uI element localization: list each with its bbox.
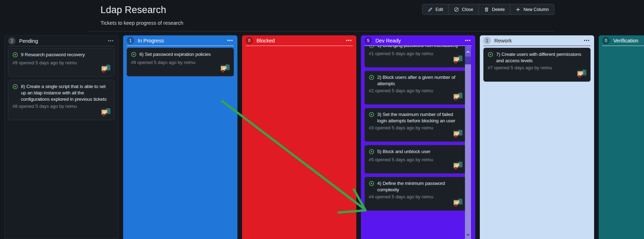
issue-opened-icon bbox=[131, 52, 137, 59]
close-button[interactable]: Close bbox=[449, 4, 479, 15]
column-title: Pending bbox=[19, 38, 104, 44]
card-title: 2) Block users after a given number of a… bbox=[377, 74, 462, 87]
circle-slash-icon bbox=[454, 7, 459, 12]
card-title: 1) Changing password non interactively bbox=[377, 46, 458, 49]
column-count-badge: 1 bbox=[483, 37, 491, 44]
kebab-menu-icon: ••• bbox=[227, 38, 233, 43]
column-body: 1) Changing password non interactively #… bbox=[361, 46, 467, 239]
column-menu-button[interactable]: ••• bbox=[583, 39, 591, 43]
card[interactable]: 4) Define the minimum password complexit… bbox=[364, 177, 467, 211]
card[interactable]: 7) Create users with different permissio… bbox=[483, 48, 591, 82]
issue-opened-icon bbox=[12, 84, 18, 91]
column-title: Dev Ready bbox=[375, 38, 461, 43]
card-title: 8) Create a single script that is able t… bbox=[21, 83, 110, 103]
dev-ready-scrollbar[interactable] bbox=[465, 46, 471, 239]
card[interactable]: 6) Set password expiration policies #6 o… bbox=[127, 48, 234, 76]
avatar[interactable] bbox=[453, 93, 462, 102]
edit-button-label: Edit bbox=[436, 7, 443, 12]
column-blocked: 0 Blocked ••• bbox=[242, 35, 356, 239]
card-title: 9 Research password recovery bbox=[21, 52, 85, 58]
column-count-badge: 1 bbox=[127, 37, 134, 44]
card-title: 3) Set the maximum number of failed logi… bbox=[377, 111, 462, 124]
page-title: Ldap Research bbox=[100, 5, 166, 16]
chevron-down-icon bbox=[466, 231, 470, 238]
scroll-track[interactable] bbox=[465, 57, 471, 64]
avatar[interactable] bbox=[453, 130, 462, 139]
avatar[interactable] bbox=[453, 56, 462, 65]
issue-opened-icon bbox=[369, 46, 374, 50]
column-title: In Progress bbox=[138, 38, 223, 43]
card-title: 5) Block and unblock user bbox=[377, 148, 430, 155]
card[interactable]: 1) Changing password non interactively #… bbox=[364, 46, 467, 68]
scroll-up-button[interactable] bbox=[465, 46, 471, 57]
header-divider bbox=[88, 31, 554, 31]
avatar[interactable] bbox=[453, 199, 462, 208]
card[interactable]: 3) Set the maximum number of failed logi… bbox=[364, 108, 467, 142]
kebab-menu-icon: ••• bbox=[346, 38, 352, 43]
issue-opened-icon bbox=[369, 112, 374, 119]
chevron-up-icon bbox=[466, 48, 470, 55]
column-body: 7) Create users with different permissio… bbox=[480, 46, 594, 82]
card-title: 4) Define the minimum password complexit… bbox=[377, 180, 462, 193]
edit-button[interactable]: Edit bbox=[422, 4, 449, 15]
column-count-badge: 2 bbox=[8, 37, 16, 45]
issue-opened-icon bbox=[369, 181, 374, 188]
column-menu-button[interactable]: ••• bbox=[107, 39, 115, 43]
avatar[interactable] bbox=[220, 64, 230, 74]
column-dev-ready: 5 Dev Ready ••• 1) Changing password non… bbox=[361, 35, 475, 239]
issue-opened-icon bbox=[369, 149, 374, 156]
card[interactable]: 5) Block and unblock user #5 opened 5 da… bbox=[364, 145, 467, 174]
pencil-icon bbox=[428, 7, 433, 12]
column-header: 0 Verification bbox=[599, 35, 644, 46]
column-title: Rework bbox=[494, 38, 580, 43]
issue-opened-icon bbox=[12, 52, 18, 59]
card[interactable]: 8) Create a single script that is able t… bbox=[8, 80, 115, 120]
column-count-badge: 0 bbox=[602, 37, 610, 44]
column-menu-button[interactable]: ••• bbox=[345, 39, 353, 43]
column-verification: 0 Verification bbox=[599, 35, 644, 239]
scroll-down-button[interactable] bbox=[465, 229, 471, 239]
column-body: 6) Set password expiration policies #6 o… bbox=[123, 46, 237, 76]
delete-button-label: Delete bbox=[492, 7, 505, 12]
column-header: 0 Blocked ••• bbox=[242, 35, 356, 46]
card[interactable]: 9 Research password recovery #9 opened 5… bbox=[8, 48, 115, 77]
avatar[interactable] bbox=[101, 108, 110, 118]
column-rework: 1 Rework ••• 7) Create users with differ… bbox=[480, 35, 594, 239]
kebab-menu-icon: ••• bbox=[584, 38, 590, 43]
column-header: 5 Dev Ready ••• bbox=[361, 35, 475, 46]
column-body: 9 Research password recovery #9 opened 5… bbox=[5, 46, 118, 120]
column-count-badge: 5 bbox=[364, 37, 372, 44]
issue-opened-icon bbox=[369, 75, 374, 82]
column-pending: 2 Pending ••• 9 Research password recove… bbox=[4, 35, 119, 239]
column-header: 2 Pending ••• bbox=[5, 36, 118, 46]
trash-icon bbox=[484, 7, 489, 12]
column-count-badge: 0 bbox=[246, 37, 253, 44]
column-title: Blocked bbox=[257, 38, 342, 43]
card[interactable]: 2) Block users after a given number of a… bbox=[364, 71, 467, 105]
project-toolbar: Edit Close Delete New Column bbox=[422, 4, 554, 15]
close-button-label: Close bbox=[462, 7, 473, 12]
delete-button[interactable]: Delete bbox=[479, 4, 510, 15]
column-header: 1 In Progress ••• bbox=[123, 35, 237, 46]
scroll-thumb[interactable] bbox=[465, 64, 471, 229]
project-board: 2 Pending ••• 9 Research password recove… bbox=[4, 35, 644, 239]
avatar[interactable] bbox=[101, 65, 110, 74]
column-in-progress: 1 In Progress ••• 6) Set password expira… bbox=[123, 35, 237, 239]
new-column-button-label: New Column bbox=[523, 7, 549, 12]
column-menu-button[interactable]: ••• bbox=[464, 39, 472, 43]
column-title: Verification bbox=[613, 38, 644, 43]
column-body bbox=[599, 46, 644, 48]
plus-icon bbox=[516, 7, 521, 12]
column-body bbox=[242, 46, 356, 48]
page-subtitle: Tickets to keep progress of research bbox=[100, 20, 183, 26]
card-title: 7) Create users with different permissio… bbox=[496, 51, 586, 64]
column-header: 1 Rework ••• bbox=[480, 35, 594, 46]
kebab-menu-icon: ••• bbox=[465, 38, 471, 43]
issue-opened-icon bbox=[488, 52, 493, 59]
avatar[interactable] bbox=[453, 162, 462, 171]
new-column-button[interactable]: New Column bbox=[510, 4, 554, 15]
column-menu-button[interactable]: ••• bbox=[226, 39, 234, 43]
card-title: 6) Set password expiration policies bbox=[139, 51, 211, 58]
avatar[interactable] bbox=[577, 70, 586, 79]
kebab-menu-icon: ••• bbox=[108, 39, 114, 43]
